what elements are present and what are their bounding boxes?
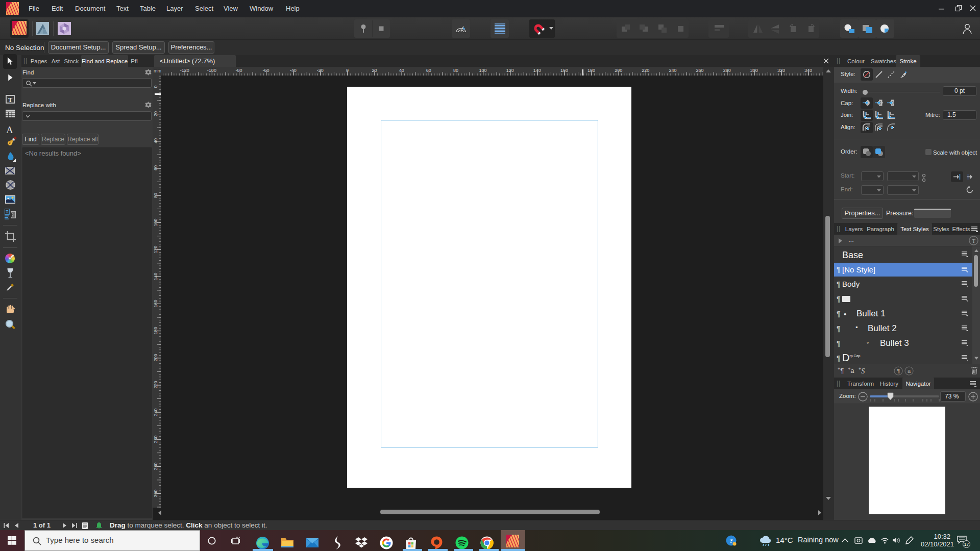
svg-text:¶: ¶ bbox=[897, 368, 900, 374]
svg-text:T: T bbox=[972, 238, 975, 244]
svg-text:T: T bbox=[8, 96, 12, 104]
svg-text:?: ? bbox=[729, 537, 733, 544]
svg-text:a: a bbox=[908, 368, 911, 374]
